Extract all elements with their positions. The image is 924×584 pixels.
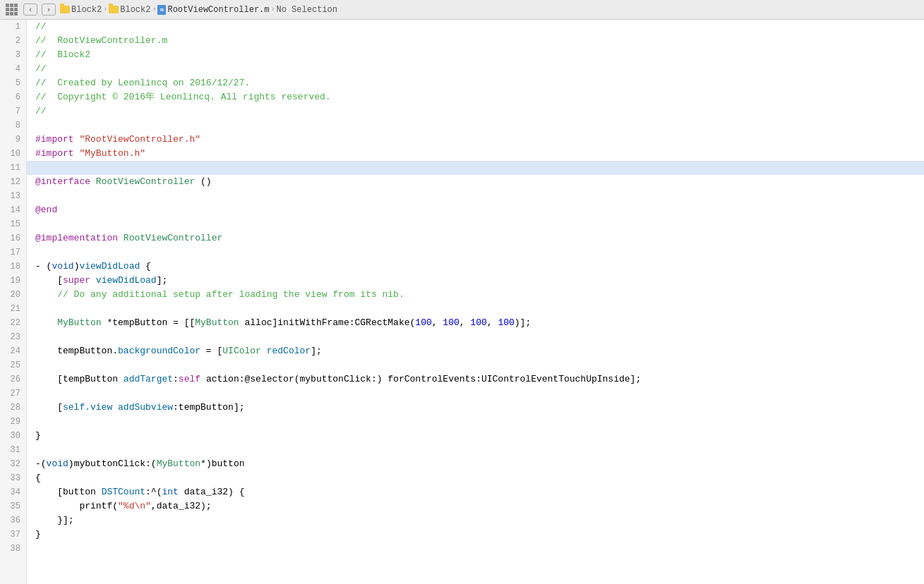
line-num-16: 16 [0,231,26,245]
code-line-32: -(void)mybuttonClick:(MyButton*)button [27,457,924,471]
code-line-33: { [27,471,924,485]
code-line-20: // Do any additional setup after loading… [27,288,924,302]
code-line-34: [button DSTCount:^(int data_i32) { [27,485,924,499]
code-line-9: #import "RootViewController.h" [27,133,924,147]
line-num-24: 24 [0,344,26,358]
code-line-27 [27,387,924,401]
code-line-24: tempButton.backgroundColor = [UIColor re… [27,344,924,358]
line-num-28: 28 [0,401,26,415]
code-line-38 [27,542,924,556]
line-num-9: 9 [0,133,26,147]
code-line-19: [super viewDidLoad]; [27,274,924,288]
line-num-15: 15 [0,217,26,231]
folder-icon-2 [109,6,119,13]
line-num-8: 8 [0,118,26,133]
line-num-4: 4 [0,62,26,76]
code-editor: 1234567891011121314151617181920212223242… [0,20,924,584]
code-line-17 [27,245,924,260]
code-line-14: @end [27,203,924,217]
line-num-25: 25 [0,358,26,372]
grid-menu-icon[interactable] [6,4,18,16]
code-line-3: // Block2 [27,48,924,62]
line-num-2: 2 [0,34,26,48]
code-line-21 [27,302,924,316]
line-num-11: 11 [0,161,26,175]
line-num-17: 17 [0,245,26,260]
breadcrumb-block2-2[interactable]: Block2 [120,5,150,15]
code-line-6: // Copyright © 2016年 Leonlincq. All righ… [27,90,924,104]
code-line-25 [27,358,924,372]
line-numbers: 1234567891011121314151617181920212223242… [0,20,27,584]
code-line-36: }]; [27,513,924,528]
title-bar: ‹ › Block2 › Block2 › m RootViewControll… [0,0,924,20]
breadcrumb-sep-2: › [152,6,156,13]
code-line-4: // [27,62,924,76]
line-num-30: 30 [0,429,26,443]
line-num-13: 13 [0,189,26,203]
code-line-2: // RootViewController.m [27,34,924,48]
code-line-7: // [27,104,924,118]
nav-forward-button[interactable]: › [42,4,56,16]
code-line-16: @implementation RootViewController [27,231,924,245]
code-line-10: #import "MyButton.h" [27,147,924,161]
code-line-11 [27,161,924,175]
nav-back-button[interactable]: ‹ [23,4,37,16]
breadcrumb-sep-1: › [103,6,107,13]
breadcrumb-sep-3: › [271,6,275,13]
line-num-32: 32 [0,457,26,471]
code-line-8 [27,118,924,133]
code-content[interactable]: //// RootViewController.m// Block2//// C… [27,20,924,584]
line-num-29: 29 [0,415,26,429]
code-line-31 [27,443,924,457]
code-line-5: // Created by Leonlincq on 2016/12/27. [27,76,924,90]
line-num-36: 36 [0,513,26,528]
code-line-18: - (void)viewDidLoad { [27,260,924,274]
code-line-1: // [27,20,924,34]
breadcrumb: Block2 › Block2 › m RootViewController.m… [60,5,337,15]
breadcrumb-block2-1[interactable]: Block2 [71,5,102,15]
line-num-3: 3 [0,48,26,62]
code-line-30: } [27,429,924,443]
code-line-15 [27,217,924,231]
line-num-14: 14 [0,203,26,217]
line-num-6: 6 [0,90,26,104]
line-num-12: 12 [0,175,26,189]
line-num-5: 5 [0,76,26,90]
folder-icon [60,6,70,13]
code-line-28: [self.view addSubview:tempButton]; [27,401,924,415]
line-num-26: 26 [0,372,26,387]
breadcrumb-no-selection: No Selection [277,5,337,15]
file-m-icon: m [157,5,166,15]
line-num-21: 21 [0,302,26,316]
line-num-34: 34 [0,485,26,499]
line-num-20: 20 [0,288,26,302]
code-line-13 [27,189,924,203]
line-num-38: 38 [0,542,26,556]
code-line-29 [27,415,924,429]
line-num-7: 7 [0,104,26,118]
line-num-37: 37 [0,528,26,542]
line-num-31: 31 [0,443,26,457]
line-num-18: 18 [0,260,26,274]
code-line-23 [27,330,924,344]
code-line-35: printf("%d\n",data_i32); [27,499,924,513]
line-num-33: 33 [0,471,26,485]
code-line-37: } [27,528,924,542]
breadcrumb-filename[interactable]: RootViewController.m [167,5,269,15]
line-num-27: 27 [0,387,26,401]
line-num-10: 10 [0,147,26,161]
line-num-35: 35 [0,499,26,513]
line-num-23: 23 [0,330,26,344]
code-line-12: @interface RootViewController () [27,175,924,189]
line-num-19: 19 [0,274,26,288]
code-line-26: [tempButton addTarget:self action:@selec… [27,372,924,387]
code-line-22: MyButton *tempButton = [[MyButton alloc]… [27,316,924,330]
line-num-22: 22 [0,316,26,330]
line-num-1: 1 [0,20,26,34]
